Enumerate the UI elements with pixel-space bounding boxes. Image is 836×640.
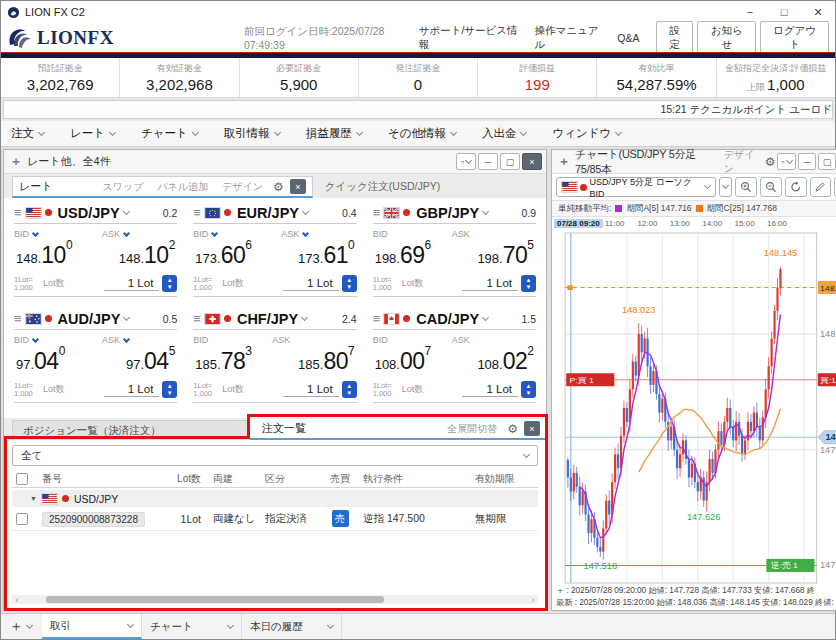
menu-other-info[interactable]: その他情報 xyxy=(388,126,456,141)
chevron-down-icon[interactable] xyxy=(302,207,309,214)
chart-plot-area[interactable]: 148.000147.750148.100P:買 1買:147.901147.7… xyxy=(552,232,836,584)
lot-stepper[interactable]: ▲▼ xyxy=(162,275,177,292)
bid-chevron-icon[interactable] xyxy=(123,335,130,342)
ask-price-button[interactable]: 148.102 xyxy=(119,238,176,269)
bid-price-button[interactable]: 198.696 xyxy=(375,238,432,269)
drag-handle-icon[interactable]: ≡ xyxy=(373,205,381,220)
bid-price-button[interactable]: 185.783 xyxy=(195,344,252,375)
menu-window[interactable]: ウィンドウ xyxy=(552,126,621,141)
lot-input[interactable]: 1 Lot xyxy=(462,383,518,397)
support-service-link[interactable]: サポート/サービス情報 xyxy=(419,24,523,52)
lot-input[interactable]: 1 Lot xyxy=(104,383,160,397)
lot-stepper[interactable]: ▲▼ xyxy=(521,275,536,292)
lot-stepper[interactable]: ▲▼ xyxy=(162,381,177,398)
order-filter-select[interactable]: 全て xyxy=(12,445,538,466)
minimize-window-button[interactable]: − xyxy=(733,1,767,23)
tab-order-list[interactable]: 注文一覧 全展開切替 ⚙ × xyxy=(250,419,546,440)
ask-price-button[interactable]: 198.705 xyxy=(477,238,534,269)
menu-trade-info[interactable]: 取引情報 xyxy=(224,126,280,141)
minimize-panel-button[interactable]: ─ xyxy=(798,153,816,170)
design-link[interactable]: デザイン xyxy=(222,180,263,194)
zoom-out-button[interactable] xyxy=(760,177,782,197)
order-group-row[interactable]: ▼ USD/JPY xyxy=(12,490,538,507)
collapse-triangle-icon[interactable]: ▼ xyxy=(30,495,37,502)
logout-button[interactable]: ログアウト xyxy=(760,21,829,55)
zoom-in-button[interactable] xyxy=(735,177,757,197)
pair-header[interactable]: ≡EUR/JPY0.4 xyxy=(193,202,356,224)
menu-pl-history[interactable]: 損益履歴 xyxy=(306,126,362,141)
pair-header[interactable]: ≡AUD/JPY0.5 xyxy=(14,308,177,330)
bid-price-button[interactable]: 108.007 xyxy=(375,344,432,375)
scroll-left-arrow[interactable]: ‹ xyxy=(12,595,22,605)
lot-stepper[interactable]: ▲▼ xyxy=(342,275,357,292)
chart-symbol-select[interactable]: USD/JPY 5分足 ローソク BID xyxy=(556,177,716,197)
chart-option-dropdown[interactable] xyxy=(719,177,731,197)
bid-chevron-icon[interactable] xyxy=(123,229,130,236)
pair-header[interactable]: ≡CAD/JPY1.5 xyxy=(373,308,536,330)
move-handle-icon[interactable]: ＋ xyxy=(10,153,22,170)
tab-quick-order[interactable]: クイック注文(USD/JPY) xyxy=(313,176,452,198)
bid-chevron-icon[interactable] xyxy=(211,229,218,236)
ask-price-button[interactable]: 97.045 xyxy=(126,344,175,375)
pair-header[interactable]: ≡USD/JPY0.2 xyxy=(14,202,177,224)
lot-stepper[interactable]: ▲▼ xyxy=(342,381,357,398)
tab-rate[interactable]: レート スワップ パネル追加 デザイン ⚙ × xyxy=(12,176,313,198)
row-checkbox[interactable] xyxy=(16,513,28,525)
drag-handle-icon[interactable]: ≡ xyxy=(14,205,22,220)
drag-handle-icon[interactable]: ≡ xyxy=(193,311,201,326)
lot-input[interactable]: 1 Lot xyxy=(283,383,339,397)
scroll-right-arrow[interactable]: › xyxy=(528,595,538,605)
add-panel-link[interactable]: パネル追加 xyxy=(157,180,208,194)
close-tab-icon[interactable]: × xyxy=(290,179,306,194)
refresh-button[interactable] xyxy=(785,177,807,197)
workspace-tab-chart[interactable]: チャート xyxy=(142,614,242,639)
lot-input[interactable]: 1 Lot xyxy=(462,277,518,291)
bid-chevron-icon[interactable] xyxy=(302,229,309,236)
layout-dropdown-button[interactable]: ▫ xyxy=(777,153,795,170)
ask-price-button[interactable]: 173.610 xyxy=(298,238,355,269)
ask-price-button[interactable]: 185.807 xyxy=(298,344,355,375)
design-link[interactable]: デザイン xyxy=(724,148,761,176)
menu-rate[interactable]: レート xyxy=(70,126,115,141)
horizontal-scrollbar[interactable]: ‹ › xyxy=(12,595,538,604)
news-button[interactable]: お知らせ xyxy=(697,21,756,55)
settings-button[interactable]: 設定 xyxy=(656,21,694,55)
drag-handle-icon[interactable]: ≡ xyxy=(193,205,201,220)
close-window-button[interactable]: ✕ xyxy=(801,1,835,23)
menu-deposit[interactable]: 入出金 xyxy=(482,126,527,141)
chevron-down-icon[interactable] xyxy=(123,207,130,214)
rates-window-titlebar[interactable]: ＋ レート他、全4件 ▫ ─ ▢ × xyxy=(4,150,546,174)
drag-handle-icon[interactable]: ≡ xyxy=(373,311,381,326)
order-row[interactable]: 2520900008873228 1Lot 両建なし 指定決済 売 逆指 147… xyxy=(12,507,538,531)
manual-link[interactable]: 操作マニュアル xyxy=(534,24,605,52)
pair-header[interactable]: ≡GBP/JPY0.9 xyxy=(373,202,536,224)
maximize-window-button[interactable]: □ xyxy=(767,1,801,23)
tab-position-list[interactable]: ポジション一覧（決済注文） xyxy=(12,420,250,440)
minimize-panel-button[interactable]: ─ xyxy=(478,153,498,170)
lot-input[interactable]: 1 Lot xyxy=(283,277,339,291)
news-ticker[interactable]: 15:21 テクニカルポイント ユーロド xyxy=(3,100,833,119)
chevron-down-icon[interactable] xyxy=(26,621,33,628)
close-tab-icon[interactable]: × xyxy=(524,421,540,436)
bid-chevron-icon[interactable] xyxy=(32,335,39,342)
move-handle-icon[interactable]: ＋ xyxy=(558,153,570,170)
lot-stepper[interactable]: ▲▼ xyxy=(521,381,536,398)
chevron-down-icon[interactable] xyxy=(301,313,308,320)
lot-input[interactable]: 1 Lot xyxy=(104,277,160,291)
qa-link[interactable]: Q&A xyxy=(617,32,639,44)
bid-price-button[interactable]: 97.040 xyxy=(16,344,65,375)
maximize-panel-button[interactable]: ▢ xyxy=(818,153,836,170)
menu-chart[interactable]: チャート xyxy=(141,126,198,141)
gear-icon[interactable]: ⚙ xyxy=(273,180,284,194)
draw-button[interactable] xyxy=(810,177,832,197)
candlestick-chart[interactable]: 148.000147.750148.100P:買 1買:147.901147.7… xyxy=(552,232,836,584)
swap-link[interactable]: スワップ xyxy=(103,180,144,194)
chevron-down-icon[interactable] xyxy=(123,313,130,320)
bid-price-button[interactable]: 173.606 xyxy=(195,238,252,269)
gear-icon[interactable]: ⚙ xyxy=(507,422,518,436)
workspace-tab-history[interactable]: 本日の履歴 xyxy=(242,614,342,639)
ask-price-button[interactable]: 108.022 xyxy=(477,344,534,375)
pair-header[interactable]: ≡CHF/JPY2.4 xyxy=(193,308,356,330)
bid-chevron-icon[interactable] xyxy=(32,229,39,236)
gear-icon[interactable]: ⚙ xyxy=(765,155,776,169)
